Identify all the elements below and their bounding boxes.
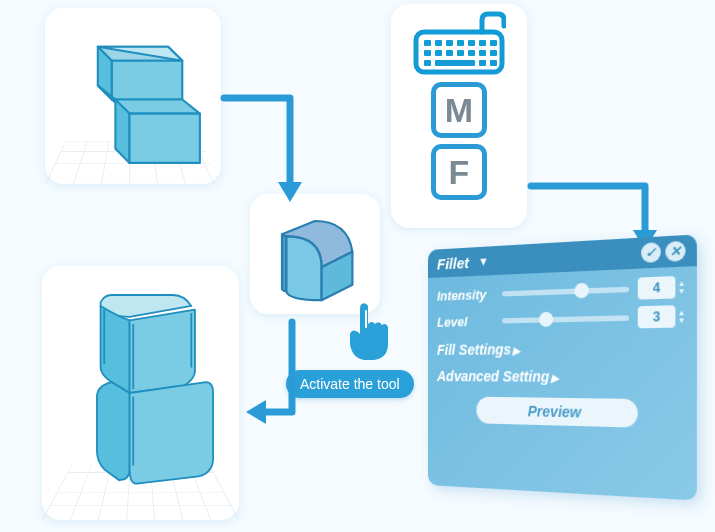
- spinner-icon[interactable]: ▲▼: [678, 308, 686, 324]
- svg-rect-16: [424, 50, 431, 56]
- preview-button[interactable]: Preview: [476, 397, 637, 428]
- panel-title: Fillet: [437, 253, 469, 272]
- close-icon[interactable]: ✕: [665, 241, 685, 262]
- chevron-down-icon: ▼: [478, 255, 488, 268]
- chevron-right-icon: ▶: [513, 345, 521, 357]
- svg-rect-21: [479, 50, 486, 56]
- svg-rect-27: [365, 310, 367, 328]
- advanced-settings-label: Advanced Setting: [437, 368, 549, 385]
- arrow-tool-to-result: [242, 316, 302, 436]
- slider-thumb[interactable]: [539, 311, 553, 326]
- svg-rect-17: [435, 50, 442, 56]
- result-object-card: [42, 266, 239, 520]
- chevron-right-icon: ▶: [551, 372, 559, 384]
- svg-rect-14: [479, 40, 486, 46]
- svg-rect-18: [446, 50, 453, 56]
- intensity-value[interactable]: 4: [638, 276, 676, 300]
- svg-rect-20: [468, 50, 475, 56]
- svg-rect-9: [424, 40, 431, 46]
- pointer-hand-icon: [340, 300, 396, 366]
- keyboard-shortcut-card: M F: [391, 4, 527, 228]
- svg-rect-11: [446, 40, 453, 46]
- level-slider[interactable]: [502, 315, 629, 323]
- svg-rect-15: [490, 40, 497, 46]
- arrow-source-to-tool: [218, 92, 316, 222]
- confirm-icon[interactable]: ✓: [641, 242, 661, 263]
- shortcut-key-f: F: [431, 144, 487, 200]
- svg-rect-23: [424, 60, 431, 66]
- svg-rect-26: [490, 60, 497, 66]
- svg-marker-2: [112, 61, 182, 100]
- level-row: Level 3 ▲▼: [437, 305, 686, 332]
- svg-rect-10: [435, 40, 442, 46]
- svg-rect-19: [457, 50, 464, 56]
- svg-marker-28: [278, 182, 302, 202]
- source-object-card: [45, 8, 221, 184]
- svg-rect-25: [479, 60, 486, 66]
- svg-marker-6: [129, 114, 199, 163]
- source-shape-icon: [45, 8, 221, 184]
- slider-thumb[interactable]: [574, 282, 588, 298]
- svg-marker-29: [246, 400, 266, 424]
- result-shape-icon: [42, 266, 239, 520]
- intensity-slider[interactable]: [502, 286, 629, 296]
- svg-rect-13: [468, 40, 475, 46]
- svg-rect-24: [435, 60, 475, 66]
- svg-rect-22: [490, 50, 497, 56]
- intensity-row: Intensity 4 ▲▼: [437, 276, 686, 306]
- fillet-settings-panel: Fillet ▼ ✓ ✕ Intensity 4 ▲▼ Level 3 ▲▼ F…: [428, 250, 694, 485]
- shortcut-key-m: M: [431, 82, 487, 138]
- fill-settings-section[interactable]: Fill Settings▶: [437, 339, 686, 358]
- svg-rect-12: [457, 40, 464, 46]
- keyboard-icon: [397, 10, 521, 76]
- spinner-icon[interactable]: ▲▼: [678, 279, 686, 295]
- level-label: Level: [437, 313, 494, 330]
- fill-settings-label: Fill Settings: [437, 341, 511, 358]
- intensity-label: Intensity: [437, 286, 494, 303]
- activate-tool-label: Activate the tool: [286, 370, 414, 398]
- level-value[interactable]: 3: [638, 305, 676, 328]
- advanced-settings-section[interactable]: Advanced Setting▶: [437, 368, 686, 386]
